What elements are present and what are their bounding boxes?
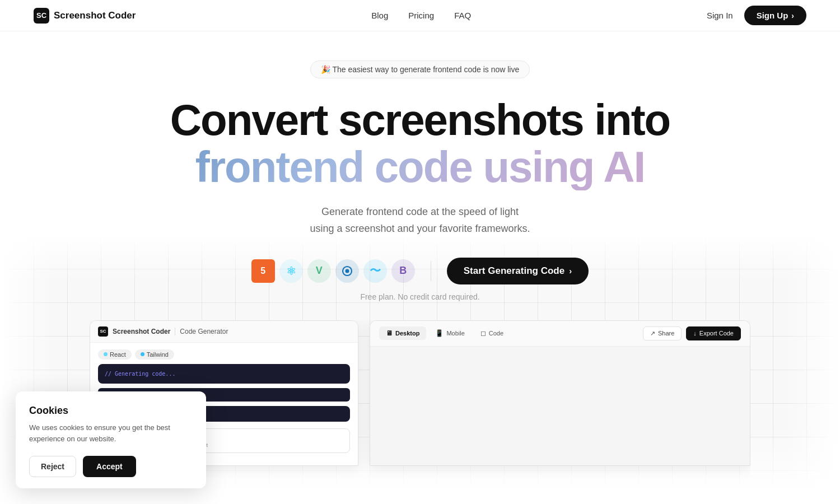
cookie-banner: Cookies We uses cookies to ensure you ge… <box>16 391 206 488</box>
preview-tabs: 🖥 Desktop 📱 Mobile ◻ Code <box>379 326 510 340</box>
preview-code-gen-label: Code Generator <box>180 328 228 335</box>
logo-text: Screenshot Coder <box>54 10 136 21</box>
preview-right-body <box>370 347 750 466</box>
svg-point-1 <box>345 269 349 273</box>
sign-in-button[interactable]: Sign In <box>707 11 733 20</box>
react-tag: React <box>98 349 132 360</box>
preview-logo-icon: SC <box>98 326 108 337</box>
hero-title-line1: Convert screenshots into <box>170 96 670 143</box>
announcement-banner: 🎉 The easiest way to generate frontend c… <box>310 60 530 78</box>
preview-tags: React Tailwind <box>98 349 350 360</box>
desktop-icon: 🖥 <box>386 329 393 337</box>
tab-mobile[interactable]: 📱 Mobile <box>428 326 471 340</box>
tab-code[interactable]: ◻ Code <box>474 326 510 340</box>
preview-left-header: SC Screenshot Coder Code Generator <box>90 321 358 343</box>
sign-up-button[interactable]: Sign Up › <box>744 6 806 25</box>
cookie-reject-button[interactable]: Reject <box>29 456 76 477</box>
nav-pricing[interactable]: Pricing <box>408 11 434 20</box>
logo-icon: SC <box>34 8 49 24</box>
nav-links: Blog Pricing FAQ <box>371 11 471 21</box>
nav-actions: Sign In Sign Up › <box>707 6 806 25</box>
cookie-actions: Reject Accept <box>29 456 193 477</box>
download-icon: ↓ <box>693 330 697 337</box>
share-button[interactable]: ↗ Share <box>643 326 682 340</box>
free-plan-note: Free plan. No credit card required. <box>360 292 479 301</box>
bootstrap-icon: B <box>391 259 415 283</box>
tab-desktop[interactable]: 🖥 Desktop <box>379 326 426 340</box>
preview-right-header: 🖥 Desktop 📱 Mobile ◻ Code <box>370 321 750 347</box>
react-icon: ⚛ <box>279 259 303 283</box>
hero-subtitle: Generate frontend code at the speed of l… <box>310 204 530 237</box>
tailwind-icon: 〜 <box>363 259 387 283</box>
nav-faq[interactable]: FAQ <box>454 11 471 20</box>
preview-right-actions: ↗ Share ↓ Export Code <box>643 326 741 340</box>
site-logo[interactable]: SC Screenshot Coder <box>34 8 136 24</box>
framework-icons: 5 ⚛ V 〜 B <box>251 259 415 283</box>
arrow-right-icon: › <box>569 266 572 276</box>
chevron-right-icon: › <box>791 11 794 20</box>
hero-title-line2: frontend code using AI <box>195 143 645 190</box>
react-dot <box>104 352 108 356</box>
code-placeholder-text: // Generating code... <box>105 371 175 377</box>
divider <box>431 261 431 281</box>
hero-cta-row: 5 ⚛ V 〜 B Start Generating Code › <box>251 258 589 284</box>
cookie-accept-button[interactable]: Accept <box>83 456 136 477</box>
preview-app-name: Screenshot Coder <box>113 328 170 335</box>
share-icon: ↗ <box>650 330 655 337</box>
html5-icon: 5 <box>251 259 275 283</box>
tailwind-tag: Tailwind <box>135 349 174 360</box>
tailwind-dot <box>141 352 144 356</box>
code-icon: ◻ <box>480 329 486 337</box>
vue-icon: V <box>307 259 331 283</box>
preview-separator <box>175 328 175 335</box>
nav-blog[interactable]: Blog <box>371 11 388 20</box>
cookie-title: Cookies <box>29 405 193 417</box>
export-code-button[interactable]: ↓ Export Code <box>686 326 741 340</box>
navbar: SC Screenshot Coder Blog Pricing FAQ Sig… <box>0 0 840 31</box>
mobile-icon: 📱 <box>435 329 444 337</box>
preview-code-box: // Generating code... <box>98 364 350 384</box>
preview-right-panel: 🖥 Desktop 📱 Mobile ◻ Code <box>370 320 750 466</box>
cookie-description: We uses cookies to ensure you get the be… <box>29 422 193 445</box>
css-icon <box>335 259 359 283</box>
start-generating-button[interactable]: Start Generating Code › <box>447 258 589 284</box>
